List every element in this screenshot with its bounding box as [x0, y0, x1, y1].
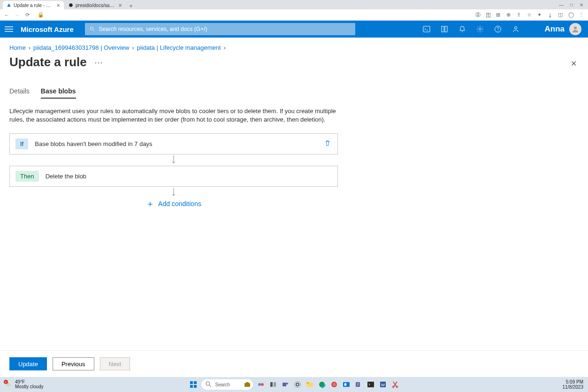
weather-widget[interactable]: 1 49°F Mostly cloudy: [5, 380, 44, 389]
feedback-icon[interactable]: [512, 25, 519, 33]
window-maximize-icon[interactable]: □: [570, 2, 573, 8]
svg-line-6: [93, 30, 94, 31]
svg-line-23: [209, 385, 211, 387]
task-app-chrome[interactable]: [330, 380, 338, 389]
weather-desc: Mostly cloudy: [15, 384, 44, 389]
svg-text:W: W: [381, 383, 385, 387]
svg-point-42: [344, 383, 346, 386]
weather-icon: 1: [5, 381, 12, 388]
windows-taskbar: 1 49°F Mostly cloudy Search T W 5:09 PM: [0, 377, 588, 392]
chevron-right-icon: ›: [132, 44, 134, 51]
chevron-right-icon: ›: [224, 44, 226, 51]
extensions-icon[interactable]: ✦: [537, 12, 543, 18]
lock-icon[interactable]: 🔒: [38, 12, 43, 18]
svg-point-10: [479, 28, 481, 30]
task-app-word[interactable]: W: [379, 380, 387, 389]
address-bar: ← → ⟳ 🔒 ⓖ ⚿ ⊞ ⊕ ⇪ ☆ ✦ ⭳ ◫ ◯ ⋮: [0, 9, 588, 21]
rule-builder: If Base blobs haven't been modified in 7…: [9, 133, 338, 209]
task-app-teams2[interactable]: T: [354, 380, 363, 389]
delete-condition-icon[interactable]: [324, 140, 331, 148]
svg-rect-25: [246, 382, 249, 384]
svg-rect-9: [445, 26, 447, 32]
svg-rect-7: [423, 26, 430, 32]
nav-back-icon[interactable]: ←: [4, 12, 9, 18]
sidepanel-icon[interactable]: ◫: [558, 12, 564, 18]
downloads-icon[interactable]: ⭳: [548, 12, 553, 18]
tab-strip: Details Base blobs: [9, 87, 579, 99]
new-tab-button[interactable]: +: [127, 3, 135, 9]
azure-favicon: [7, 3, 11, 8]
tab-title: presidio/docs/samples/deploy…: [76, 3, 116, 8]
key-icon[interactable]: ⚿: [486, 12, 491, 18]
blade-content: Home › piidata_1699463031798 | Overview …: [0, 38, 588, 350]
user-menu[interactable]: Anna: [545, 23, 582, 35]
close-tab-icon[interactable]: ✕: [118, 3, 122, 8]
zoom-icon[interactable]: ⊕: [506, 12, 512, 18]
task-app-settings[interactable]: [293, 380, 302, 389]
cloud-shell-icon[interactable]: [423, 25, 430, 33]
task-app-outlook[interactable]: [342, 380, 351, 389]
window-minimize-icon[interactable]: —: [559, 2, 564, 8]
install-app-icon[interactable]: ⊞: [496, 12, 502, 18]
browser-tab-active[interactable]: Update a rule - Microsoft Azure ✕: [3, 1, 64, 9]
azure-brand[interactable]: Microsoft Azure: [21, 25, 74, 33]
svg-point-1: [69, 3, 73, 7]
svg-point-26: [258, 383, 261, 386]
svg-rect-30: [283, 383, 286, 386]
if-condition-text: Base blobs haven't been modified in 7 da…: [35, 140, 152, 147]
browser-tab-inactive[interactable]: presidio/docs/samples/deploy… ✕: [65, 1, 126, 9]
svg-rect-21: [194, 385, 197, 388]
taskbar-search[interactable]: Search: [201, 379, 253, 390]
breadcrumb: Home › piidata_1699463031798 | Overview …: [9, 44, 579, 51]
plus-icon: ＋: [146, 198, 154, 209]
task-app-terminal[interactable]: [367, 380, 375, 389]
help-icon[interactable]: [494, 25, 502, 33]
if-badge: If: [15, 138, 28, 149]
task-app-edge[interactable]: [318, 380, 326, 389]
add-conditions-button[interactable]: ＋ Add conditions: [9, 198, 338, 209]
nav-forward-icon: →: [14, 12, 20, 18]
menu-icon[interactable]: ⋮: [579, 12, 584, 18]
task-app-taskview[interactable]: [269, 380, 277, 389]
share-icon[interactable]: ⇪: [517, 12, 522, 18]
tab-details[interactable]: Details: [9, 87, 30, 99]
update-button[interactable]: Update: [9, 357, 47, 370]
flow-arrow-icon: [9, 187, 338, 198]
previous-button[interactable]: Previous: [53, 357, 94, 370]
nav-reload-icon[interactable]: ⟳: [24, 12, 30, 18]
avatar: [569, 23, 581, 35]
svg-text:T: T: [357, 383, 359, 387]
breadcrumb-storage[interactable]: piidata_1699463031798 | Overview: [33, 44, 129, 51]
task-app-explorer[interactable]: [305, 380, 314, 389]
add-conditions-label: Add conditions: [158, 200, 201, 208]
breadcrumb-home[interactable]: Home: [9, 44, 26, 51]
close-tab-icon[interactable]: ✕: [56, 3, 60, 8]
copilot-icon[interactable]: [441, 25, 448, 33]
search-input[interactable]: [99, 26, 350, 32]
breadcrumb-lifecycle[interactable]: piidata | Lifecycle management: [137, 44, 221, 51]
settings-icon[interactable]: [476, 25, 484, 33]
tab-base-blobs[interactable]: Base blobs: [41, 87, 76, 99]
task-app-teams[interactable]: [281, 380, 290, 389]
taskbar-center: Search T W: [189, 379, 399, 390]
close-blade-icon[interactable]: ✕: [571, 59, 577, 68]
window-close-icon[interactable]: ✕: [580, 2, 583, 8]
start-button[interactable]: [189, 380, 198, 389]
translate-icon[interactable]: ⓖ: [475, 11, 481, 18]
taskbar-clock[interactable]: 5:09 PM 11/8/2023: [563, 379, 584, 390]
svg-point-31: [286, 383, 288, 384]
bookmark-icon[interactable]: ☆: [527, 12, 533, 18]
task-app-copilot[interactable]: [257, 380, 265, 389]
more-actions-icon[interactable]: ⋯: [94, 57, 103, 68]
global-search[interactable]: [85, 23, 355, 35]
svg-rect-35: [306, 382, 309, 384]
if-condition-block[interactable]: If Base blobs haven't been modified in 7…: [9, 133, 338, 154]
notifications-icon[interactable]: [458, 25, 466, 33]
svg-rect-20: [190, 385, 193, 388]
task-app-snip[interactable]: [391, 380, 399, 389]
svg-rect-45: [367, 382, 374, 387]
then-action-block[interactable]: Then Delete the blob: [9, 166, 338, 187]
profile-icon[interactable]: ◯: [568, 12, 574, 18]
hamburger-icon[interactable]: [5, 26, 13, 32]
svg-rect-24: [244, 383, 250, 387]
